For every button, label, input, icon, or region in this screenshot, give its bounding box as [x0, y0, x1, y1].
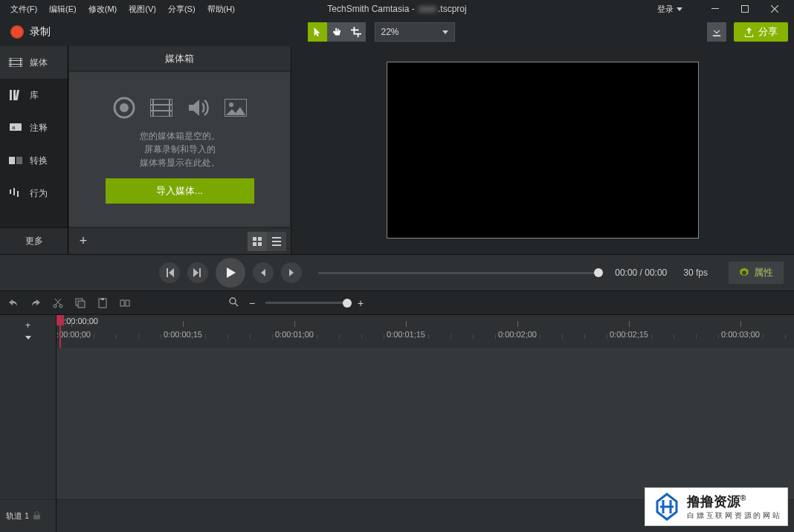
ruler-minor-tick	[785, 334, 786, 339]
svg-rect-42	[33, 515, 40, 519]
svg-rect-23	[150, 110, 172, 111]
timeline-ruler[interactable]: 0:00:00;00 0:00:00;000:00:00;150:00:01;0…	[57, 315, 794, 348]
minimize-button[interactable]	[700, 0, 730, 18]
playhead-marker[interactable]	[57, 315, 64, 325]
crop-tool[interactable]	[346, 22, 366, 42]
maximize-button[interactable]	[730, 0, 760, 18]
menubar: 文件(F) 编辑(E) 修改(M) 视图(V) 分享(S) 帮助(H) Tech…	[0, 0, 794, 18]
select-tool[interactable]	[308, 22, 327, 42]
sidebar: 媒体 库 a注释 转换 行为 更多	[0, 46, 68, 254]
sidebar-item-behaviors[interactable]: 行为	[0, 177, 68, 210]
login-button[interactable]: 登录	[653, 1, 687, 17]
svg-rect-20	[152, 99, 154, 117]
import-media-button[interactable]: 导入媒体...	[106, 178, 254, 204]
download-button[interactable]	[707, 22, 726, 42]
ruler-minor-tick	[317, 334, 317, 339]
svg-rect-1	[742, 6, 749, 13]
zoom-in-button[interactable]: +	[355, 297, 367, 309]
undo-button[interactable]	[6, 296, 21, 311]
ruler-minor-tick	[651, 334, 652, 339]
audio-type-icon	[186, 95, 211, 120]
timeline-zoom: − +	[229, 297, 367, 309]
ruler-minor-tick	[451, 334, 451, 339]
collapse-tracks-button[interactable]	[22, 332, 35, 343]
ruler-minor-tick	[339, 334, 340, 339]
redo-button[interactable]	[28, 296, 43, 311]
preview-canvas[interactable]	[387, 62, 699, 239]
menu-share[interactable]: 分享(S)	[162, 1, 201, 17]
menu-view[interactable]: 视图(V)	[123, 1, 162, 17]
image-type-icon	[223, 95, 248, 120]
canvas-tools: 22%	[308, 22, 455, 42]
svg-rect-32	[272, 244, 281, 246]
menu-edit[interactable]: 编辑(E)	[43, 1, 83, 17]
ruler-tick: 0:00:00;15	[183, 328, 222, 339]
close-button[interactable]	[760, 0, 790, 18]
magnify-icon	[229, 297, 239, 309]
sidebar-item-library[interactable]: 库	[0, 79, 68, 111]
ruler-tick: 0:00:02;00	[517, 328, 556, 339]
chevron-down-icon	[442, 30, 448, 34]
library-icon	[9, 90, 22, 100]
zoom-out-button[interactable]: −	[246, 297, 258, 309]
svg-rect-27	[258, 237, 262, 241]
zoom-slider[interactable]	[265, 302, 347, 304]
sidebar-item-annotations[interactable]: a注释	[0, 111, 68, 144]
svg-rect-15	[13, 188, 15, 195]
svg-rect-38	[101, 298, 104, 300]
svg-rect-14	[10, 189, 11, 194]
step-forward-button[interactable]	[281, 262, 302, 283]
ruler-minor-tick	[562, 334, 563, 339]
record-button[interactable]: 录制	[6, 25, 55, 39]
ruler-tick: 0:00:00;00	[71, 328, 110, 339]
split-button[interactable]	[117, 296, 132, 311]
zoom-select[interactable]: 22%	[375, 22, 455, 42]
list-view-button[interactable]	[267, 232, 286, 251]
prev-frame-button[interactable]	[159, 262, 180, 283]
ruler-minor-tick	[763, 334, 764, 339]
playhead-time: 0:00:00;00	[59, 317, 98, 325]
transitions-icon	[9, 155, 22, 166]
media-bin-header: 媒体箱	[68, 46, 291, 71]
svg-rect-22	[150, 104, 172, 106]
ruler-minor-tick	[138, 334, 139, 339]
ruler-minor-tick	[205, 334, 206, 339]
menu-file[interactable]: 文件(F)	[4, 1, 43, 17]
svg-rect-21	[169, 99, 170, 117]
svg-point-18	[120, 103, 129, 112]
media-bin-footer: +	[68, 227, 291, 254]
properties-button[interactable]: 属性	[729, 262, 784, 284]
timecode: 00:00 / 00:00	[615, 267, 667, 278]
seek-slider[interactable]	[318, 272, 598, 274]
sidebar-item-media[interactable]: 媒体	[0, 46, 68, 79]
menu-modify[interactable]: 修改(M)	[83, 1, 123, 17]
play-button[interactable]	[216, 258, 245, 288]
seek-thumb[interactable]	[594, 268, 603, 277]
gear-icon	[739, 267, 749, 278]
next-frame-button[interactable]	[187, 262, 208, 283]
pan-tool[interactable]	[327, 22, 346, 42]
share-button[interactable]: 分享	[734, 22, 788, 42]
sidebar-item-transitions[interactable]: 转换	[0, 144, 68, 177]
cut-button[interactable]	[51, 296, 65, 311]
media-type-icons	[112, 95, 248, 120]
step-back-button[interactable]	[253, 262, 274, 283]
svg-rect-13	[16, 157, 22, 164]
copy-button[interactable]	[73, 296, 88, 311]
add-media-button[interactable]: +	[73, 231, 94, 252]
add-track-button[interactable]: +	[22, 320, 35, 331]
ruler-minor-tick	[272, 334, 273, 339]
ruler-minor-tick	[250, 334, 251, 339]
sidebar-more[interactable]: 更多	[0, 227, 68, 254]
svg-rect-16	[17, 191, 19, 197]
zoom-thumb[interactable]	[343, 299, 352, 308]
ruler-minor-tick	[540, 334, 540, 339]
media-empty-text: 您的媒体箱是空的。屏幕录制和导入的媒体将显示在此处。	[140, 129, 220, 169]
menu-help[interactable]: 帮助(H)	[201, 1, 241, 17]
svg-rect-39	[120, 300, 124, 306]
track-header-1[interactable]: 轨道 1	[0, 499, 56, 532]
media-bin-body: 您的媒体箱是空的。屏幕录制和导入的媒体将显示在此处。 导入媒体...	[68, 71, 291, 227]
grid-view-button[interactable]	[248, 232, 267, 251]
paste-button[interactable]	[95, 296, 110, 311]
ruler-tick: 0:00:01;15	[406, 328, 445, 339]
